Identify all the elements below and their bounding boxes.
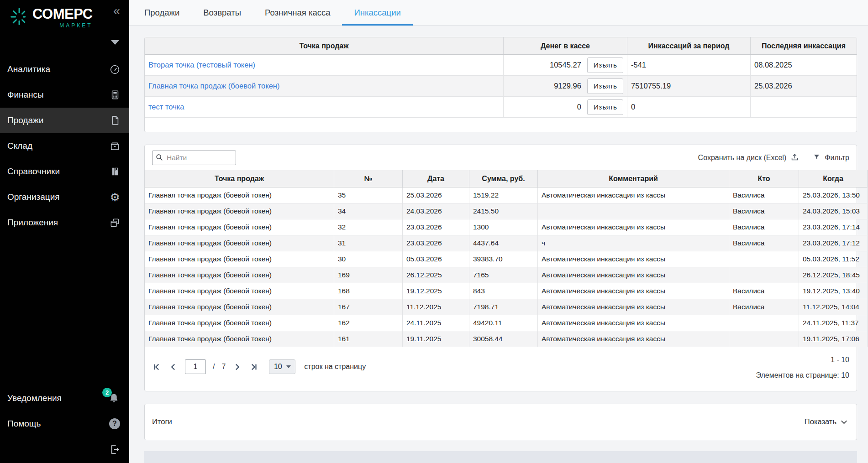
filter-button[interactable]: Фильтр [813, 153, 849, 162]
box-icon [110, 141, 120, 151]
collections-cell: Главная точка продаж (боевой токен) [145, 283, 334, 299]
collections-row: Главная точка продаж (боевой токен)3525.… [145, 187, 868, 203]
collections-cell [729, 331, 799, 347]
sidebar-item-label: Справочники [7, 166, 60, 177]
prev-page-button[interactable] [168, 362, 178, 372]
collections-cell: 34 [334, 203, 403, 219]
sidebar-item-analytics[interactable]: Аналитика [0, 57, 129, 82]
collections-cell: 4437.64 [469, 235, 538, 251]
collections-cell: 1519.22 [469, 187, 538, 203]
page-divider: / [213, 363, 215, 371]
export-excel-label: Сохранить на диск (Excel) [698, 154, 787, 162]
withdraw-button[interactable]: Изъять [587, 78, 623, 94]
items-on-page-label: Элементов на странице: 10 [756, 368, 849, 383]
collections-cell: 30058.44 [469, 331, 538, 347]
windows-icon [110, 218, 120, 228]
collections-cell: Василиса [729, 299, 799, 315]
next-page-button[interactable] [232, 362, 242, 372]
withdraw-button[interactable]: Изъять [587, 99, 623, 115]
period-collections: 7510755.19 [627, 76, 751, 97]
tab-bar: ПродажиВозвратыРозничная кассаИнкассации [129, 0, 868, 26]
collections-cell: 31 [334, 235, 403, 251]
pos-link[interactable]: тест точка [148, 103, 184, 111]
last-collection-date: 25.03.2026 [751, 76, 857, 97]
sidebar-item-label: Приложения [7, 218, 58, 228]
collections-cell: 19.12.2025 [403, 283, 469, 299]
tab-Розничная касса[interactable]: Розничная касса [253, 0, 342, 25]
collections-cell: Главная точка продаж (боевой токен) [145, 267, 334, 283]
withdraw-button[interactable]: Изъять [587, 57, 623, 73]
chevron-down-icon [286, 365, 291, 368]
total-pages: 7 [221, 363, 226, 371]
sidebar-item-label: Аналитика [7, 64, 50, 74]
info-bar: i Здесь отображается сумма наличных на к… [144, 451, 857, 463]
collections-col-header: № [334, 170, 403, 187]
sidebar-item-warehouse[interactable]: Склад [0, 133, 129, 159]
export-excel-button[interactable]: Сохранить на диск (Excel) [698, 153, 800, 163]
first-page-button[interactable] [152, 362, 162, 372]
logo-title: СОМЕРС [32, 6, 93, 22]
sidebar-item-notifications[interactable]: Уведомления2 [0, 385, 129, 411]
page-number-input[interactable] [185, 359, 206, 374]
collections-cell: 169 [334, 267, 403, 283]
collections-cell: 19.11.2025, 17:06 [799, 331, 868, 347]
collections-row: Главная точка продаж (боевой токен)16711… [145, 299, 868, 315]
sidebar-item-label: Финансы [7, 90, 44, 100]
collections-cell: 30 [334, 251, 403, 267]
collections-cell: Автоматическая инкассация из кассы [538, 299, 729, 315]
collections-cell: 24.03.2026, 15:03 [799, 203, 868, 219]
pos-col-header: Точка продаж [145, 37, 504, 55]
tab-Продажи[interactable]: Продажи [132, 0, 191, 25]
sidebar-item-organization[interactable]: Организация⚙ [0, 184, 129, 210]
tab-Инкассации[interactable]: Инкассации [342, 0, 412, 25]
collections-cell: 162 [334, 315, 403, 331]
sidebar-collapse-icon[interactable]: « [113, 4, 120, 18]
sidebar-item-help[interactable]: Помощь? [0, 411, 129, 437]
pos-link[interactable]: Вторая точка (тестовый токен) [148, 61, 255, 69]
collections-col-header: Дата [403, 170, 469, 187]
pos-col-header: Инкассаций за период [627, 37, 751, 55]
collections-row: Главная точка продаж (боевой токен)16926… [145, 267, 868, 283]
sidebar-item-sales[interactable]: Продажи [0, 108, 129, 133]
page-size-select[interactable]: 10 [269, 359, 295, 374]
logout-icon [109, 444, 120, 455]
collections-cell: 26.12.2025, 18:45 [799, 267, 868, 283]
org-dropdown-caret-icon[interactable] [111, 40, 119, 45]
collections-cell: Главная точка продаж (боевой токен) [145, 203, 334, 219]
sidebar-item-logout[interactable] [0, 437, 129, 462]
collections-cell: 161 [334, 331, 403, 347]
pos-link[interactable]: Главная точка продаж (боевой токен) [148, 82, 279, 90]
collections-col-header: Комментарий [538, 170, 729, 187]
filter-icon [813, 153, 821, 162]
last-page-button[interactable] [249, 362, 258, 372]
sidebar-item-label: Организация [7, 192, 60, 202]
sidebar-item-apps[interactable]: Приложения [0, 210, 129, 235]
sidebar-item-label: Помощь [7, 419, 41, 429]
rows-per-page-label: строк на страницу [304, 363, 366, 371]
search-input[interactable] [152, 151, 236, 165]
collections-cell: 1300 [469, 219, 538, 235]
sidebar-item-finance[interactable]: Финансы [0, 82, 129, 108]
collections-col-header: Когда [799, 170, 868, 187]
question-icon: ? [109, 418, 120, 429]
cash-amount: 9129.96 [554, 82, 581, 90]
period-collections: 0 [627, 97, 751, 118]
sidebar-item-directories[interactable]: Справочники [0, 159, 129, 184]
collections-col-header: Кто [729, 170, 799, 187]
period-collections: -541 [627, 55, 751, 76]
calculator-icon [110, 90, 120, 100]
collections-col-header: Точка продаж [145, 170, 334, 187]
sidebar-nav: АналитикаФинансыПродажиСкладСправочникиО… [0, 57, 129, 235]
collections-cell [729, 251, 799, 267]
app-root: СОМЕРС МАРКЕТ « АналитикаФинансыПродажиС… [0, 0, 868, 463]
collections-cell: 11.12.2025 [403, 299, 469, 315]
collections-cell: 7165 [469, 267, 538, 283]
collections-row: Главная точка продаж (боевой токен)3424.… [145, 203, 868, 219]
tab-Возвраты[interactable]: Возвраты [191, 0, 253, 25]
logo-subtitle: МАРКЕТ [32, 22, 93, 29]
totals-show-toggle[interactable]: Показать [805, 417, 847, 426]
pos-table-row: тест точка0Изъять0 [145, 97, 857, 118]
collections-cell: Автоматическая инкассация из кассы [538, 251, 729, 267]
pos-table-footer-space [145, 117, 857, 132]
collections-cell: 843 [469, 283, 538, 299]
